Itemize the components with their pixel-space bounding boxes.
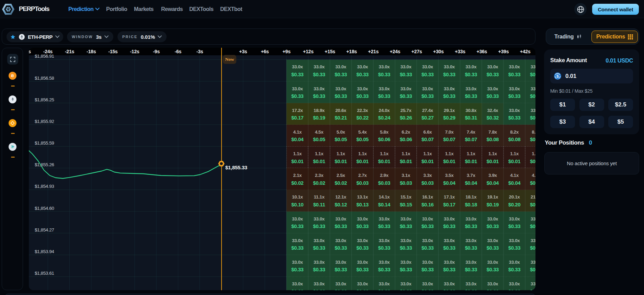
svg-text:B: B (11, 73, 14, 78)
svg-text:$: $ (556, 74, 559, 78)
